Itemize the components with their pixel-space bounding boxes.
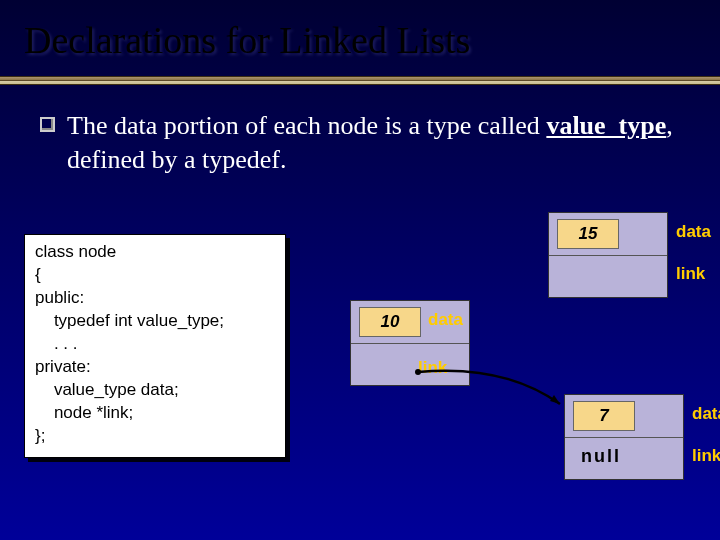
node-data-cell: 15 (549, 213, 667, 255)
slide-title: Declarations for Linked Lists (0, 0, 720, 62)
node-link-cell: null (565, 437, 683, 479)
data-label: data (692, 404, 720, 424)
code-line: }; (35, 426, 45, 445)
node-value: 7 (573, 401, 635, 431)
code-line: class node (35, 242, 116, 261)
node-null-link: null (581, 446, 621, 467)
data-label: data (428, 310, 463, 330)
node-link-cell (351, 343, 469, 385)
bullet-item: The data portion of each node is a type … (0, 85, 720, 177)
code-line: typedef int value_type; (35, 311, 224, 330)
link-label: link (692, 446, 720, 466)
node-data-cell: 7 (565, 395, 683, 437)
link-label: link (676, 264, 705, 284)
code-block: class node { public: typedef int value_t… (24, 234, 286, 458)
node-15: 15 (548, 212, 668, 298)
link-label: link (418, 358, 447, 378)
code-line: value_type data; (35, 380, 179, 399)
node-7: 7 null (564, 394, 684, 480)
bullet-pre: The data portion of each node is a type … (67, 111, 546, 140)
bullet-marker-icon (40, 117, 55, 132)
title-divider (0, 76, 720, 85)
bullet-text: The data portion of each node is a type … (67, 109, 690, 177)
code-line: public: (35, 288, 84, 307)
data-label: data (676, 222, 711, 242)
code-line: private: (35, 357, 91, 376)
code-line: { (35, 265, 41, 284)
code-line: . . . (35, 334, 78, 353)
node-link-cell (549, 255, 667, 297)
code-line: node *link; (35, 403, 133, 422)
value-type-term: value_type (546, 111, 666, 140)
node-value: 10 (359, 307, 421, 337)
node-value: 15 (557, 219, 619, 249)
